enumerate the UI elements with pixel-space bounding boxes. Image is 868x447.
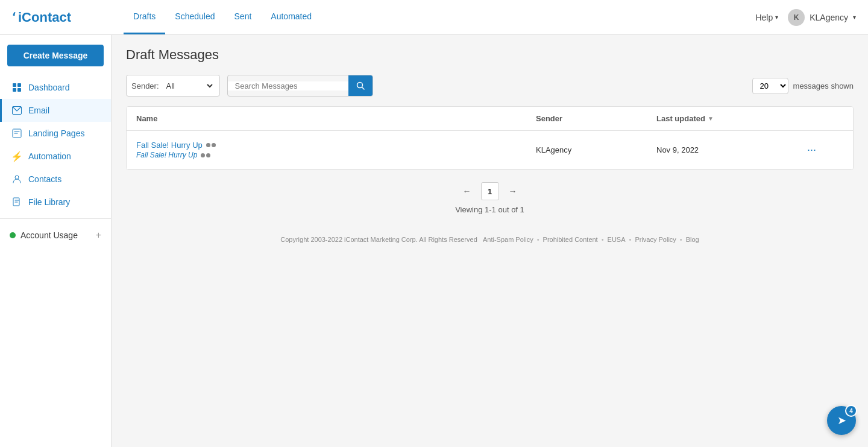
message-subtitle: Fall Sale! Hurry Up [136, 151, 536, 159]
row-actions-cell: ··· [807, 144, 843, 156]
sidebar-item-landing-pages[interactable]: Landing Pages [0, 122, 111, 145]
help-button[interactable]: Help ▾ [755, 13, 778, 22]
tag-dot-1 [206, 143, 210, 147]
sidebar-item-contacts[interactable]: Contacts [0, 168, 111, 191]
account-usage-status-dot [10, 232, 16, 238]
sidebar-item-label: Contacts [28, 174, 61, 184]
chat-icon: ➤ [837, 414, 846, 427]
account-usage-plus-icon[interactable]: + [96, 230, 101, 241]
sidebar-item-label: Email [28, 106, 49, 115]
user-avatar: K [788, 9, 805, 26]
footer-links: Anti-Spam Policy • Prohibited Content • … [483, 236, 699, 243]
main-nav-tabs: Drafts Scheduled Sent Automated [124, 0, 755, 34]
contacts-icon [11, 174, 22, 185]
logo-label: iContact [18, 10, 71, 25]
messages-shown-label: messages shown [793, 81, 854, 90]
copyright-text: Copyright 2003-2022 iContact Marketing C… [280, 236, 477, 243]
email-icon [11, 105, 22, 116]
tab-scheduled[interactable]: Scheduled [165, 0, 224, 34]
wifi-icon: ʻ [12, 10, 16, 25]
user-chevron-icon: ▾ [853, 14, 856, 21]
next-page-button[interactable]: → [504, 182, 522, 200]
svg-rect-2 [13, 88, 16, 92]
content-area: Draft Messages Sender: All KLAgency 10 2… [112, 35, 868, 447]
sidebar-item-file-library[interactable]: File Library [0, 191, 111, 214]
file-library-icon [11, 197, 22, 208]
tab-drafts[interactable]: Drafts [124, 0, 165, 34]
chat-badge: 4 [845, 405, 857, 417]
column-actions [807, 114, 843, 123]
svg-rect-1 [17, 83, 21, 87]
logo[interactable]: ʻ iContact [12, 10, 71, 25]
dashboard-icon [11, 82, 22, 93]
row-more-button[interactable]: ··· [807, 144, 816, 156]
search-container [227, 75, 373, 97]
footer-link-antispam[interactable]: Anti-Spam Policy [483, 236, 533, 243]
svg-rect-0 [13, 83, 16, 87]
footer: Copyright 2003-2022 iContact Marketing C… [126, 229, 854, 250]
sidebar: Create Message Dashboard Email Landing P… [0, 35, 112, 447]
create-message-button[interactable]: Create Message [7, 45, 104, 66]
tag-dots [206, 143, 216, 147]
search-icon [356, 81, 365, 90]
pagination-area: ← 1 → Viewing 1-1 out of 1 [126, 182, 854, 214]
prev-page-button[interactable]: ← [458, 182, 476, 200]
search-button[interactable] [348, 75, 373, 97]
main-layout: Create Message Dashboard Email Landing P… [0, 35, 868, 447]
pagination-controls: ← 1 → [458, 182, 522, 200]
tag-dot-sub-1 [201, 153, 205, 157]
sender-filter: Sender: All KLAgency [126, 75, 220, 97]
nav-right: Help ▾ K KLAgency ▾ [755, 9, 856, 26]
row-last-updated-cell: Nov 9, 2022 [656, 145, 807, 154]
sidebar-item-dashboard[interactable]: Dashboard [0, 76, 111, 99]
logo-area: ʻ iContact [12, 10, 124, 25]
chat-bubble[interactable]: ➤ 4 [827, 406, 856, 435]
per-page-select[interactable]: 10 20 50 100 [752, 78, 788, 94]
account-usage-label: Account Usage [20, 230, 78, 240]
footer-link-eusa[interactable]: EUSA [608, 236, 626, 243]
sidebar-item-label: Landing Pages [28, 128, 84, 138]
tab-sent[interactable]: Sent [225, 0, 262, 34]
user-name-label: KLAgency [810, 13, 848, 22]
row-name-cell: Fall Sale! Hurry Up Fall Sale! Hurry Up [136, 141, 536, 159]
sender-label: Sender: [131, 81, 159, 90]
per-page-container: 10 20 50 100 messages shown [752, 78, 854, 94]
sidebar-item-automation[interactable]: ⚡ Automation [0, 145, 111, 168]
page-title: Draft Messages [126, 47, 854, 63]
sidebar-divider [0, 218, 111, 219]
sidebar-item-account-usage[interactable]: Account Usage + [0, 224, 111, 247]
column-last-updated[interactable]: Last updated ▼ [656, 114, 807, 123]
table-row: Fall Sale! Hurry Up Fall Sale! Hurry Up [127, 131, 853, 170]
sidebar-nav: Dashboard Email Landing Pages ⚡ Automati… [0, 76, 111, 247]
user-menu-button[interactable]: K KLAgency ▾ [788, 9, 856, 26]
svg-rect-3 [17, 88, 21, 92]
sidebar-item-email[interactable]: Email [0, 99, 111, 122]
page-number[interactable]: 1 [481, 182, 499, 200]
tag-dot-sub-2 [206, 153, 210, 157]
sidebar-item-label: Dashboard [28, 83, 70, 92]
viewing-text: Viewing 1-1 out of 1 [455, 205, 524, 214]
help-chevron-icon: ▾ [775, 14, 778, 21]
column-name: Name [136, 114, 536, 123]
tab-automated[interactable]: Automated [261, 0, 321, 34]
table-header: Name Sender Last updated ▼ [127, 107, 853, 131]
toolbar: Sender: All KLAgency 10 20 50 100 [126, 75, 854, 97]
footer-link-prohibited[interactable]: Prohibited Content [543, 236, 598, 243]
tag-dot-2 [212, 143, 216, 147]
sort-icon: ▼ [708, 115, 714, 122]
messages-table: Name Sender Last updated ▼ Fall Sale! Hu… [126, 106, 854, 170]
search-input[interactable] [228, 81, 348, 90]
landing-pages-icon [11, 128, 22, 139]
column-sender: Sender [536, 114, 656, 123]
sidebar-item-label: Automation [28, 151, 71, 161]
sidebar-item-label: File Library [28, 197, 70, 207]
tag-dots-subtitle [201, 153, 210, 157]
footer-link-blog[interactable]: Blog [686, 236, 699, 243]
footer-link-privacy[interactable]: Privacy Policy [635, 236, 676, 243]
svg-point-6 [15, 176, 19, 179]
row-sender-cell: KLAgency [536, 145, 656, 154]
automation-icon: ⚡ [11, 151, 22, 162]
top-navigation: ʻ iContact Drafts Scheduled Sent Automat… [0, 0, 868, 35]
sender-select[interactable]: All KLAgency [162, 81, 215, 91]
message-name-link[interactable]: Fall Sale! Hurry Up [136, 141, 536, 150]
